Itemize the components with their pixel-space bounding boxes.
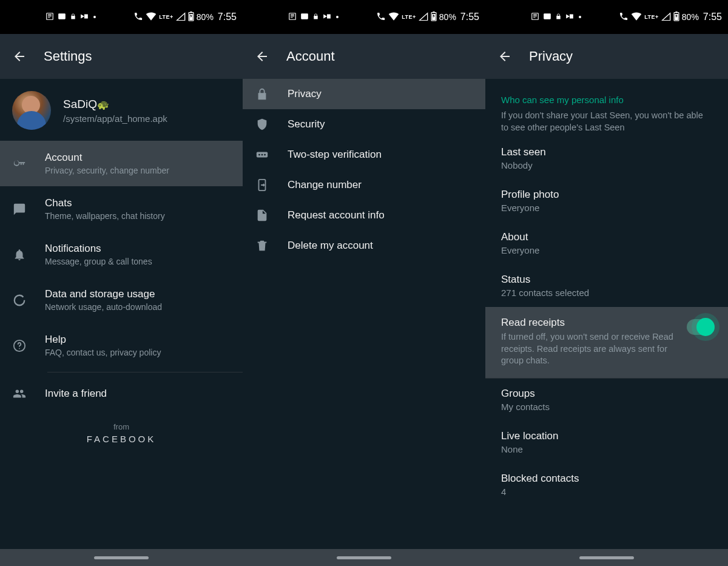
svg-rect-8	[301, 13, 308, 19]
app-bar: Privacy	[485, 34, 728, 79]
lock-icon	[555, 12, 562, 22]
item-title: Data and storage usage	[45, 288, 231, 300]
signal-icon	[176, 12, 186, 22]
privacy-screen: LTE+ 80% 7:55 Privacy Who can see my per…	[485, 0, 728, 566]
back-button[interactable]	[12, 49, 27, 64]
avatar	[12, 91, 51, 130]
account-item-delete[interactable]: Delete my account	[243, 231, 485, 261]
page-title: Privacy	[529, 49, 573, 64]
profile-name: SaDiQ	[63, 98, 97, 110]
svg-point-15	[264, 154, 266, 156]
notif-icon-3	[565, 12, 574, 22]
network-label: LTE+	[402, 14, 416, 20]
privacy-item-photo[interactable]: Profile photo Everyone	[485, 180, 728, 222]
item-title: Delete my account	[288, 240, 473, 252]
item-title: Change number	[288, 179, 473, 191]
bell-icon	[12, 248, 27, 261]
settings-item-invite[interactable]: Invite a friend	[0, 376, 243, 411]
wifi-icon	[631, 12, 642, 22]
android-nav-bar[interactable]	[243, 549, 485, 566]
privacy-item-readreceipts[interactable]: Read receipts If turned off, you won't s…	[485, 307, 728, 378]
privacy-item-lastseen[interactable]: Last seen Nobody	[485, 137, 728, 180]
settings-item-account[interactable]: Account Privacy, security, change number	[0, 141, 243, 186]
back-button[interactable]	[255, 49, 269, 64]
toggle-switch[interactable]	[687, 319, 712, 335]
battery-pct: 80%	[439, 12, 456, 22]
item-value: None	[501, 444, 712, 454]
profile-status: /system/app/at_home.apk	[63, 113, 167, 124]
settings-item-chats[interactable]: Chats Theme, wallpapers, chat history	[0, 186, 243, 232]
notif-icon-2	[58, 12, 66, 22]
notif-icon-1	[46, 12, 54, 22]
status-bar: LTE+ 80% 7:55	[243, 0, 485, 34]
signal-icon	[661, 12, 671, 22]
item-description: If turned off, you won't send or receive…	[501, 331, 678, 367]
item-title: Read receipts	[501, 317, 678, 329]
settings-item-notifications[interactable]: Notifications Message, group & call tone…	[0, 232, 243, 277]
item-sub: Message, group & call tones	[45, 257, 231, 266]
privacy-item-status[interactable]: Status 271 contacts selected	[485, 264, 728, 307]
section-description: If you don't share your Last Seen, you w…	[501, 110, 712, 133]
privacy-item-livelocation[interactable]: Live location None	[485, 421, 728, 463]
clock: 7:55	[703, 12, 722, 22]
item-title: Account	[45, 152, 231, 164]
item-value: 4	[501, 487, 712, 497]
battery-icon	[431, 12, 437, 23]
svg-rect-10	[433, 12, 434, 13]
item-title: Chats	[45, 197, 231, 209]
phone-swap-icon	[255, 178, 269, 192]
android-nav-bar[interactable]	[0, 549, 243, 566]
profile-row[interactable]: SaDiQ🐢 /system/app/at_home.apk	[0, 79, 243, 141]
item-title: Groups	[501, 388, 712, 400]
wifi-icon	[388, 12, 399, 22]
account-item-changenumber[interactable]: Change number	[243, 170, 485, 200]
section-title: Who can see my personal info	[501, 95, 712, 105]
item-title: Notifications	[45, 243, 231, 255]
wifi-icon	[146, 12, 157, 22]
privacy-item-groups[interactable]: Groups My contacts	[485, 379, 728, 421]
item-title: Security	[288, 118, 473, 130]
privacy-item-about[interactable]: About Everyone	[485, 222, 728, 264]
from-label: from	[0, 422, 243, 431]
item-value: Everyone	[501, 203, 712, 213]
settings-item-data[interactable]: Data and storage usage Network usage, au…	[0, 277, 243, 323]
item-value: Nobody	[501, 160, 712, 170]
call-icon	[619, 12, 629, 23]
svg-point-14	[261, 154, 263, 156]
item-sub: Privacy, security, change number	[45, 166, 231, 175]
network-label: LTE+	[159, 14, 174, 20]
account-item-twostep[interactable]: Two-step verification	[243, 140, 485, 170]
android-nav-bar[interactable]	[485, 549, 728, 566]
lock-icon	[70, 12, 76, 22]
settings-screen: LTE+ 80% 7:55 Settings SaDiQ🐢 /system/ap…	[0, 0, 243, 566]
clock: 7:55	[460, 12, 479, 22]
item-sub: Theme, wallpapers, chat history	[45, 211, 231, 221]
item-title: Two-step verification	[288, 149, 473, 161]
item-title: About	[501, 231, 712, 243]
item-title: Help	[45, 334, 231, 346]
app-bar: Settings	[0, 34, 243, 79]
account-item-privacy[interactable]: Privacy	[243, 79, 485, 109]
item-title: Live location	[501, 430, 712, 442]
data-icon	[12, 294, 27, 307]
item-title: Last seen	[501, 146, 712, 158]
status-bar: LTE+ 80% 7:55	[485, 0, 728, 34]
settings-item-help[interactable]: Help FAQ, contact us, privacy policy	[0, 323, 243, 368]
call-icon	[133, 12, 143, 23]
battery-pct: 80%	[197, 12, 214, 22]
item-title: Status	[501, 274, 712, 286]
svg-rect-1	[58, 13, 66, 19]
account-item-requestinfo[interactable]: Request account info	[243, 200, 485, 231]
status-bar: LTE+ 80% 7:55	[0, 0, 243, 34]
item-value: My contacts	[501, 402, 712, 412]
page-title: Settings	[44, 49, 92, 64]
svg-rect-3	[190, 12, 192, 13]
svg-point-5	[15, 295, 25, 305]
notif-icon-3	[323, 12, 331, 22]
privacy-item-blocked[interactable]: Blocked contacts 4	[485, 463, 728, 506]
account-item-security[interactable]: Security	[243, 109, 485, 140]
svg-point-13	[258, 154, 260, 156]
back-button[interactable]	[497, 49, 512, 64]
battery-pct: 80%	[682, 12, 699, 22]
help-icon	[12, 339, 27, 352]
